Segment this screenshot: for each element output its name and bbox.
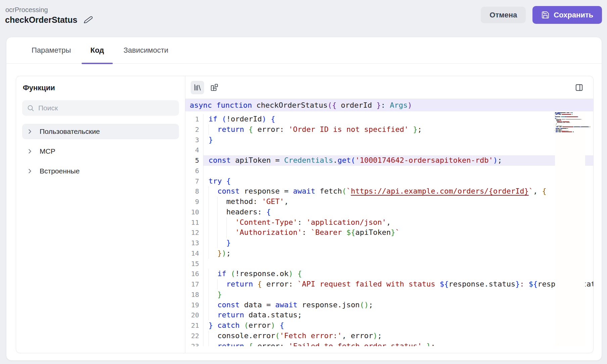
- page-title: checkOrderStatus: [5, 15, 77, 25]
- code-line[interactable]: 21} catch (error) {: [185, 320, 593, 331]
- tab-bar: ПараметрыКодЗависимости: [6, 37, 602, 64]
- sidebar-item-label: MCP: [40, 147, 55, 155]
- line-number: 3: [185, 135, 203, 145]
- line-content: }: [203, 290, 593, 300]
- tab-1[interactable]: Код: [82, 37, 113, 63]
- functions-sidebar: Функции ПользовательскиеMCPВстроенные: [16, 76, 185, 353]
- panel-toggle-button[interactable]: [572, 81, 586, 94]
- line-content: if (!response.ok) {: [203, 269, 593, 279]
- line-content: 'Content-Type': 'application/json',: [203, 217, 593, 228]
- code-line[interactable]: 18 }: [185, 290, 593, 300]
- code-line[interactable]: 6: [185, 166, 593, 176]
- code-line[interactable]: 19 const data = await response.json();: [185, 300, 593, 310]
- line-number: 9: [185, 197, 203, 207]
- line-number: 23: [185, 341, 203, 347]
- save-button[interactable]: Сохранить: [532, 6, 602, 24]
- line-content: if (!orderId) {: [203, 114, 593, 124]
- code-line[interactable]: 20 return data.status;: [185, 310, 593, 320]
- tab-0[interactable]: Параметры: [23, 37, 80, 63]
- blocks-icon: [210, 83, 219, 92]
- line-content: console.error('Fetch error:', error);: [203, 331, 593, 341]
- save-button-label: Сохранить: [554, 11, 593, 19]
- line-content: const response = await fetch(`https://ap…: [203, 186, 593, 197]
- editor-toolbar: [185, 76, 593, 99]
- code-line[interactable]: 10 headers: {: [185, 207, 593, 217]
- line-number: 21: [185, 320, 203, 331]
- line-number: 8: [185, 186, 203, 197]
- code-line[interactable]: 2 return { error: 'Order ID is not speci…: [185, 124, 593, 135]
- line-number: 17: [185, 279, 203, 290]
- code-line[interactable]: 9 method: 'GET',: [185, 197, 593, 207]
- code-line[interactable]: 15: [185, 259, 593, 269]
- line-number: 19: [185, 300, 203, 310]
- line-number: 22: [185, 331, 203, 341]
- line-content: });: [203, 248, 593, 259]
- search-box[interactable]: [22, 100, 179, 116]
- minimap[interactable]: [555, 111, 585, 346]
- code-line[interactable]: 12 'Authorization': `Bearer ${apiToken}`: [185, 227, 593, 238]
- line-number: 12: [185, 227, 203, 238]
- editor-split-panel: Функции ПользовательскиеMCPВстроенные: [16, 76, 594, 353]
- sidebar-item-label: Встроенные: [40, 167, 80, 175]
- code-line[interactable]: 8 const response = await fetch(`https://…: [185, 186, 593, 197]
- blocks-button[interactable]: [207, 81, 221, 94]
- breadcrumb: ocrProcessing: [5, 6, 48, 14]
- line-number: 11: [185, 217, 203, 228]
- edit-title-button[interactable]: [83, 15, 93, 25]
- code-line[interactable]: 23 return { error: 'Failed to fetch orde…: [185, 341, 593, 347]
- code-line[interactable]: 4: [185, 145, 593, 155]
- code-editor: async function checkOrderStatus({ orderI…: [185, 76, 593, 353]
- save-icon: [541, 11, 550, 19]
- line-content: }: [203, 238, 593, 248]
- line-content: } catch (error) {: [203, 320, 593, 331]
- line-content: [203, 259, 593, 269]
- code-line[interactable]: 22 console.error('Fetch error:', error);: [185, 331, 593, 341]
- library-icon: [193, 83, 202, 92]
- sidebar-item-label: Пользовательские: [40, 127, 100, 136]
- line-content: headers: {: [203, 207, 593, 217]
- line-number: 2: [185, 124, 203, 135]
- cancel-button-label: Отмена: [489, 11, 517, 19]
- line-content: return { error: 'Failed to fetch order s…: [203, 341, 593, 347]
- code-line[interactable]: 16 if (!response.ok) {: [185, 269, 593, 279]
- code-line[interactable]: 13 }: [185, 238, 593, 248]
- cancel-button[interactable]: Отмена: [481, 7, 526, 23]
- code-line[interactable]: 11 'Content-Type': 'application/json',: [185, 217, 593, 228]
- code-line[interactable]: 14 });: [185, 248, 593, 259]
- code-viewport[interactable]: 1if (!orderId) {2 return { error: 'Order…: [185, 111, 593, 346]
- line-content: const apiToken = Credentials.get('100017…: [203, 155, 593, 166]
- line-number: 20: [185, 310, 203, 320]
- line-content: const data = await response.json();: [203, 300, 593, 310]
- code-line[interactable]: 5const apiToken = Credentials.get('10001…: [185, 155, 593, 166]
- line-content: return data.status;: [203, 310, 593, 320]
- chevron-right-icon: [26, 148, 34, 155]
- code-line[interactable]: 7try {: [185, 176, 593, 187]
- sidebar-item-0[interactable]: Пользовательские: [22, 124, 179, 139]
- pencil-icon: [84, 15, 93, 24]
- line-content: 'Authorization': `Bearer ${apiToken}`: [203, 227, 593, 238]
- search-input[interactable]: [38, 104, 174, 112]
- line-content: try {: [203, 176, 593, 187]
- function-signature-line: async function checkOrderStatus({ orderI…: [185, 99, 593, 111]
- functions-list: ПользовательскиеMCPВстроенные: [22, 124, 179, 179]
- line-number: 1: [185, 114, 203, 124]
- line-number: 15: [185, 259, 203, 269]
- line-number: 10: [185, 207, 203, 217]
- sidebar-item-1[interactable]: MCP: [22, 144, 179, 159]
- line-content: [203, 145, 593, 155]
- line-content: return { error: 'Order ID is not specifi…: [203, 124, 593, 135]
- chevron-right-icon: [26, 128, 34, 135]
- line-number: 16: [185, 269, 203, 279]
- code-lines: 1if (!orderId) {2 return { error: 'Order…: [185, 114, 593, 346]
- library-button[interactable]: [191, 81, 204, 94]
- functions-title: Функции: [23, 84, 179, 92]
- code-line[interactable]: 1if (!orderId) {: [185, 114, 593, 124]
- line-number: 7: [185, 176, 203, 187]
- line-number: 18: [185, 290, 203, 300]
- tab-2[interactable]: Зависимости: [115, 37, 177, 63]
- line-number: 5: [185, 155, 203, 166]
- line-content: return { error: `API request failed with…: [203, 279, 593, 290]
- sidebar-item-2[interactable]: Встроенные: [22, 163, 179, 179]
- code-line[interactable]: 3}: [185, 135, 593, 145]
- code-line[interactable]: 17 return { error: `API request failed w…: [185, 279, 593, 290]
